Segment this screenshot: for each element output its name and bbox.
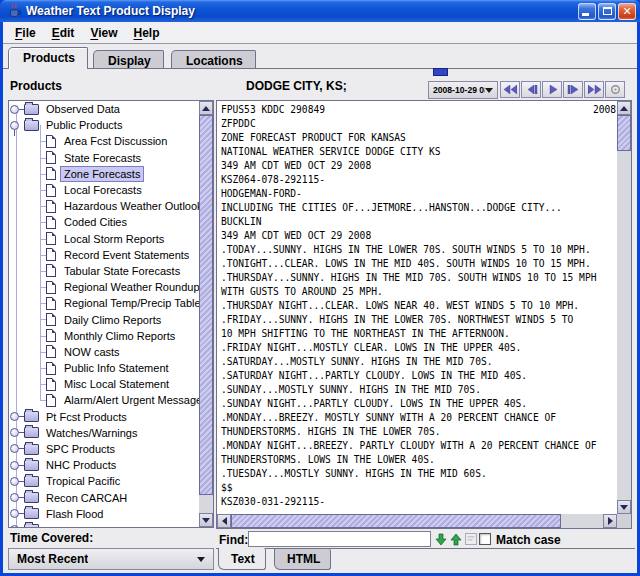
menu-edit[interactable]: Edit (44, 23, 83, 43)
scroll-right-button[interactable] (603, 514, 617, 528)
play-button[interactable] (542, 81, 562, 98)
arrow-down-icon (620, 505, 628, 514)
text-horizontal-scrollbar[interactable] (217, 514, 617, 528)
expand-handle-icon[interactable] (10, 444, 19, 453)
tab-display[interactable]: Display (93, 50, 164, 69)
tree-item-label: Coded Cities (61, 215, 130, 229)
document-icon (46, 200, 56, 213)
expand-handle-icon[interactable] (10, 461, 19, 470)
tree-item-flash-flood[interactable]: Flash Flood (9, 506, 199, 522)
collapse-handle-icon[interactable] (10, 121, 19, 130)
expand-handle-icon[interactable] (10, 105, 19, 114)
clock-button[interactable] (605, 81, 625, 98)
scroll-up-button[interactable] (617, 101, 631, 115)
tree-item-alarm-alert-urgent-message[interactable]: Alarm/Alert Urgent Message (9, 392, 199, 408)
step-forward-icon (567, 85, 580, 94)
products-tree[interactable]: Observed DataPublic ProductsArea Fcst Di… (9, 101, 199, 527)
tree-item-label: Tabular State Forecasts (61, 264, 183, 278)
tab-locations[interactable]: Locations (171, 50, 256, 69)
tab-html[interactable]: HTML (274, 549, 331, 570)
tree-item-label: State Forecasts (61, 151, 144, 165)
tree-item-public-products[interactable]: Public Products (9, 117, 199, 133)
expand-handle-icon[interactable] (10, 412, 19, 421)
tree-item-local-forecasts[interactable]: Local Forecasts (9, 182, 199, 198)
step-forward-button[interactable] (563, 81, 583, 98)
expand-handle-icon[interactable] (10, 525, 19, 527)
text-vertical-scrollbar[interactable] (617, 101, 631, 514)
tree-item-recon-carcah[interactable]: Recon CARCAH (9, 490, 199, 506)
close-button[interactable]: ✕ (618, 3, 636, 20)
tree-item-label: Tropical Pacific (43, 474, 123, 488)
maximize-icon (603, 7, 612, 15)
find-input[interactable] (248, 531, 431, 547)
tree-vertical-scrollbar[interactable] (199, 101, 213, 527)
scroll-down-button[interactable] (617, 500, 631, 514)
tree-item-pt-fcst-products[interactable]: Pt Fcst Products (9, 409, 199, 425)
tree-item-watches-warnings[interactable]: Watches/Warnings (9, 425, 199, 441)
scroll-left-button[interactable] (217, 514, 231, 528)
time-slider-thumb[interactable] (433, 68, 448, 76)
minimize-button[interactable] (578, 3, 596, 20)
text-product-area[interactable]: FPUS53 KDDC 290849 ZFPDDC ZONE FORECAST … (217, 101, 617, 514)
tab-text[interactable]: Text (218, 548, 266, 570)
time-covered-combo[interactable]: Most Recent (8, 548, 214, 570)
document-icon (46, 216, 56, 229)
tree-item-misc-local-statement[interactable]: Misc Local Statement (9, 376, 199, 392)
scroll-down-button[interactable] (199, 513, 213, 527)
tree-item-observed-data[interactable]: Observed Data (9, 101, 199, 117)
menu-file[interactable]: File (7, 23, 44, 43)
text-scrollbar-thumb[interactable] (617, 115, 631, 151)
scrollbar-corner (617, 514, 631, 528)
time-select-value: 2008-10-29 08:49:18Z (433, 85, 485, 95)
tree-item-monthly-climo-reports[interactable]: Monthly Climo Reports (9, 328, 199, 344)
document-icon (46, 378, 56, 391)
tree-item-coded-cities[interactable]: Coded Cities (9, 214, 199, 230)
text-hscrollbar-thumb[interactable] (231, 514, 561, 528)
fast-rewind-button[interactable] (500, 81, 520, 98)
tree-item-regional-temp-precip-tables[interactable]: Regional Temp/Precip Tables (9, 295, 199, 311)
document-icon (46, 135, 56, 148)
tree-item-state-forecasts[interactable]: State Forecasts (9, 150, 199, 166)
tree-item-local-storm-reports[interactable]: Local Storm Reports (9, 231, 199, 247)
top-tab-strip: ProductsDisplayLocations (3, 45, 637, 69)
tree-item-label: Observed Data (43, 102, 123, 116)
maximize-button[interactable] (598, 3, 616, 20)
tab-products[interactable]: Products (8, 47, 88, 69)
expand-handle-icon[interactable] (10, 509, 19, 518)
tree-item-hazardous-weather-outlook[interactable]: Hazardous Weather Outlook (9, 198, 199, 214)
tree-item-daily-climo-reports[interactable]: Daily Climo Reports (9, 311, 199, 327)
find-next-button[interactable] (434, 532, 447, 546)
tree-item-label: Public Products (43, 118, 125, 132)
menu-help[interactable]: Help (126, 23, 168, 43)
window-title: Weather Text Product Display (26, 4, 195, 18)
tree-item-tabular-state-forecasts[interactable]: Tabular State Forecasts (9, 263, 199, 279)
document-icon (46, 167, 56, 180)
find-previous-button[interactable] (449, 532, 462, 546)
tree-item-now-casts[interactable]: NOW casts (9, 344, 199, 360)
client-area: FileEditViewHelp ProductsDisplayLocation… (3, 22, 637, 573)
tree-item-area-fcst-discussion[interactable]: Area Fcst Discussion (9, 133, 199, 149)
time-select-combo[interactable]: 2008-10-29 08:49:18Z (428, 81, 498, 99)
match-case-checkbox[interactable] (479, 533, 491, 545)
minimize-icon (582, 13, 589, 16)
highlight-all-button[interactable] (464, 532, 477, 546)
fast-forward-button[interactable] (584, 81, 604, 98)
title-bar[interactable]: Weather Text Product Display ✕ (0, 0, 640, 22)
tree-item-record-event-statements[interactable]: Record Event Statements (9, 247, 199, 263)
tree-item-nhc-products[interactable]: NHC Products (9, 457, 199, 473)
tree-item-regional-weather-roundups[interactable]: Regional Weather Roundups (9, 279, 199, 295)
tree-item-spc-products[interactable]: SPC Products (9, 441, 199, 457)
expand-handle-icon[interactable] (10, 477, 19, 486)
tree-scrollbar-thumb[interactable] (199, 115, 213, 495)
step-back-button[interactable] (521, 81, 541, 98)
menu-view[interactable]: View (82, 23, 125, 43)
tree-item-zone-forecasts[interactable]: Zone Forecasts (9, 166, 199, 182)
tree-item-partial[interactable] (9, 522, 199, 527)
scroll-up-button[interactable] (199, 101, 213, 115)
java-coffee-icon (6, 3, 22, 19)
tree-item-public-info-statement[interactable]: Public Info Statement (9, 360, 199, 376)
expand-handle-icon[interactable] (10, 493, 19, 502)
tree-item-tropical-pacific[interactable]: Tropical Pacific (9, 473, 199, 489)
fast-forward-icon (588, 85, 601, 94)
expand-handle-icon[interactable] (10, 428, 19, 437)
